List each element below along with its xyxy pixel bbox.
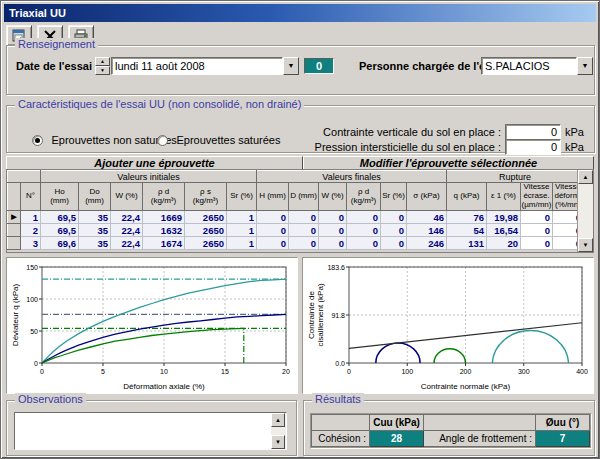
svg-text:0: 0	[34, 360, 38, 367]
grid-column-header: Ho (mm)	[41, 183, 79, 211]
grid-cell[interactable]: 16,54	[487, 224, 521, 237]
modify-eprouvette-button[interactable]: Modifier l'éprouvette sélectionnée	[303, 156, 594, 170]
grid-cell[interactable]: 3	[21, 237, 41, 250]
grid-cell[interactable]: 1632	[143, 224, 185, 237]
grid-scrollbar[interactable]: ▲ ▼	[577, 170, 593, 252]
grid-cell[interactable]: 46	[407, 211, 447, 224]
radio-non-saturees[interactable]: Eprouvettes non saturées	[32, 130, 177, 148]
contrainte-row: Contrainte verticale du sol en place : 0…	[323, 124, 584, 140]
grid-cell[interactable]: 69,5	[41, 224, 79, 237]
grid-cell[interactable]: 1	[227, 237, 257, 250]
angle-value: 7	[536, 431, 590, 447]
grid-cell[interactable]: 0	[319, 211, 347, 224]
contrainte-input[interactable]: 0	[505, 124, 561, 140]
row-selector[interactable]	[8, 224, 21, 237]
grid-cell[interactable]: 1	[227, 224, 257, 237]
date-combobox[interactable]: lundi 11 août 2008 ▼	[111, 57, 299, 75]
resultats-groupbox: Résultats Cuu (kPa) Øuu (°) Cohésion : 2…	[303, 400, 595, 456]
grid-row[interactable]: ▶169,53522,416692650100000467619,9800	[8, 211, 584, 224]
svg-text:10: 10	[160, 368, 168, 375]
add-eprouvette-button[interactable]: Ajouter une éprouvette	[6, 156, 303, 170]
date-dropdown-icon[interactable]: ▼	[283, 57, 299, 75]
grid-row[interactable]: 269,53522,4163226501000001465416,5400	[8, 224, 584, 237]
grid-cell[interactable]: 0	[521, 211, 553, 224]
grid-cell[interactable]: 1674	[143, 237, 185, 250]
grid-cell[interactable]: 0	[347, 211, 381, 224]
scroll-down-icon[interactable]: ▼	[578, 238, 593, 252]
spinner-down-icon[interactable]: ▼	[95, 66, 110, 75]
title-bar[interactable]: Triaxial UU	[4, 4, 596, 22]
angle-label: Angle de frottement :	[424, 431, 536, 447]
grid-cell[interactable]: 22,4	[111, 211, 143, 224]
resultats-table: Cuu (kPa) Øuu (°) Cohésion : 28 Angle de…	[311, 414, 590, 447]
grid-cell[interactable]: 0	[381, 237, 407, 250]
grid-cell[interactable]: 0	[289, 224, 319, 237]
grid-cell[interactable]: 22,4	[111, 237, 143, 250]
grid-cell[interactable]: 0	[521, 224, 553, 237]
grid-cell[interactable]: 2	[21, 224, 41, 237]
grid-cell[interactable]: 69,5	[41, 211, 79, 224]
grid-cell[interactable]: 0	[319, 224, 347, 237]
resultats-header-blank2	[424, 415, 536, 431]
caracteristiques-groupbox: Caractéristiques de l'essai UU (non cons…	[6, 105, 595, 153]
grid-cell[interactable]: 35	[79, 211, 111, 224]
row-selector[interactable]: ▶	[8, 211, 21, 224]
grid-row[interactable]: 369,63522,4167426501000002461312000	[8, 237, 584, 250]
observations-textarea[interactable]: ▲ ▼	[14, 412, 287, 450]
grid-column-header: q (kPa)	[447, 183, 487, 211]
grid-cell[interactable]: 0	[381, 211, 407, 224]
obs-scroll-down-icon[interactable]: ▼	[271, 435, 285, 449]
grid-cell[interactable]: 2650	[185, 224, 227, 237]
row-selector[interactable]	[8, 237, 21, 250]
grid-column-header: ε 1 (%)	[487, 183, 521, 211]
person-combobox[interactable]: S.PALACIOS ▼	[481, 57, 593, 75]
grid-cell[interactable]: 0	[289, 211, 319, 224]
pression-input[interactable]: 0	[505, 139, 561, 155]
grid-cell[interactable]: 19,98	[487, 211, 521, 224]
date-spinner[interactable]: ▲ ▼	[95, 57, 110, 75]
grid-cell[interactable]: 1	[21, 211, 41, 224]
observations-scrollbar[interactable]: ▲ ▼	[271, 413, 286, 449]
radio-checked-icon[interactable]	[32, 135, 43, 146]
renseignement-groupbox: Renseignement Date de l'essai : ▲ ▼ lund…	[6, 45, 595, 95]
grid-cell[interactable]: 35	[79, 237, 111, 250]
grid-column-header: N°	[21, 183, 41, 211]
grid-cell[interactable]: 2650	[185, 211, 227, 224]
svg-text:0: 0	[40, 368, 44, 375]
scroll-up-icon[interactable]: ▲	[578, 170, 593, 184]
grid-cell[interactable]: 20	[487, 237, 521, 250]
grid-cell[interactable]: 0	[257, 224, 289, 237]
grid-cell[interactable]: 0	[319, 237, 347, 250]
grid-cell[interactable]: 0	[521, 237, 553, 250]
grid-cell[interactable]: 69,6	[41, 237, 79, 250]
resultats-title: Résultats	[312, 393, 364, 405]
radio-saturees[interactable]: Eprouvettes saturées	[157, 130, 280, 148]
grid-cell[interactable]: 0	[347, 224, 381, 237]
grid-cell[interactable]: 35	[79, 224, 111, 237]
date-value[interactable]: lundi 11 août 2008	[111, 57, 283, 75]
person-dropdown-icon[interactable]: ▼	[577, 57, 593, 75]
grid-cell[interactable]: 1	[227, 211, 257, 224]
triaxial-uu-window: Triaxial UU Renseignement	[0, 0, 600, 459]
svg-text:Déviateur q (kPa): Déviateur q (kPa)	[11, 284, 20, 347]
grid-cell[interactable]: 0	[347, 237, 381, 250]
grid-column-header: σ (kPa)	[407, 183, 447, 211]
grid-cell[interactable]: 54	[447, 224, 487, 237]
spinner-up-icon[interactable]: ▲	[95, 57, 110, 66]
grid-cell[interactable]: 146	[407, 224, 447, 237]
grid-cell[interactable]: 76	[447, 211, 487, 224]
grid-cell[interactable]: 1669	[143, 211, 185, 224]
grid-cell[interactable]: 22,4	[111, 224, 143, 237]
grid-cell[interactable]: 0	[289, 237, 319, 250]
cohesion-label: Cohésion :	[312, 431, 370, 447]
person-value[interactable]: S.PALACIOS	[481, 57, 577, 75]
grid-cell[interactable]: 0	[381, 224, 407, 237]
grid-cell[interactable]: 0	[257, 211, 289, 224]
grid-cell[interactable]: 2650	[185, 237, 227, 250]
grid-cell[interactable]: 0	[257, 237, 289, 250]
deviateur-chart: 05101520050100150Déformation axiale (%)D…	[9, 260, 295, 391]
obs-scroll-up-icon[interactable]: ▲	[271, 413, 285, 427]
grid-cell[interactable]: 131	[447, 237, 487, 250]
grid-cell[interactable]: 246	[407, 237, 447, 250]
radio-unchecked-icon[interactable]	[157, 135, 168, 146]
